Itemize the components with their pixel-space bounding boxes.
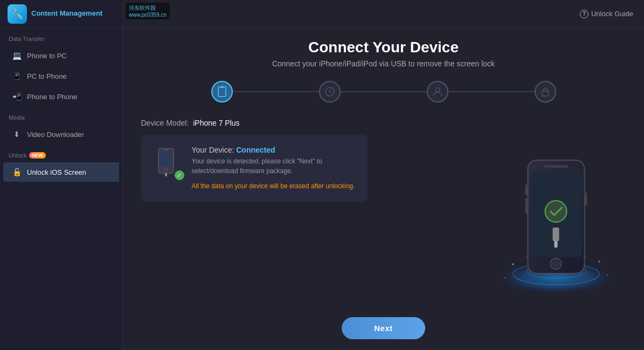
device-model-value: iPhone 7 Plus: [193, 119, 239, 127]
sidebar-item-label: Phone to Phone: [27, 93, 77, 101]
step-line-1: [233, 91, 319, 92]
sidebar-item-phone-to-pc[interactable]: 💻 Phone to PC: [3, 46, 119, 65]
content-area: Connect Your Device Connect your iPhone/…: [123, 28, 644, 350]
watermark: 河东软件园 www.pc0359.cn: [126, 3, 170, 19]
sidebar-item-video-downloader[interactable]: ⬇ Video Downloader: [3, 125, 119, 144]
unlock-guide-link[interactable]: ? Unlock Guide: [580, 10, 633, 18]
sidebar-item-unlock-ios-screen[interactable]: 🔓 Unlock iOS Screen: [3, 162, 119, 182]
svg-rect-23: [544, 165, 568, 168]
sidebar-item-phone-to-phone[interactable]: 📲 Phone to Phone: [3, 87, 119, 106]
svg-point-15: [606, 274, 608, 276]
sidebar-item-label: Video Downloader: [27, 131, 84, 139]
section-label-unlock: Unlock: [9, 152, 27, 159]
next-button[interactable]: Next: [342, 317, 425, 339]
body-area: Device Model: iPhone 7 Plus: [141, 119, 626, 302]
phone-illustration: [486, 119, 626, 302]
svg-rect-4: [542, 91, 549, 96]
page-subtitle: Connect your iPhone/iPad/iPod via USB to…: [272, 59, 495, 68]
logo-icon: 🔧: [8, 4, 27, 24]
svg-point-14: [598, 260, 600, 263]
svg-rect-6: [161, 151, 171, 166]
sidebar-item-pc-to-phone[interactable]: 📱 PC to Phone: [3, 66, 119, 86]
step-2: [319, 81, 341, 102]
svg-point-25: [545, 201, 566, 222]
watermark-line2: www.pc0359.cn: [129, 12, 167, 18]
unlock-new-badge: NEW: [29, 152, 46, 159]
svg-point-29: [552, 260, 559, 267]
svg-rect-0: [218, 87, 226, 97]
svg-point-13: [512, 263, 514, 265]
info-panel: Device Model: iPhone 7 Plus: [141, 119, 475, 202]
svg-point-3: [435, 88, 440, 92]
sidebar-header: 🔧 Content Management: [0, 0, 122, 28]
section-label-data-transfer: Data Transfer: [0, 28, 122, 45]
status-card: ✓ Your Device: Connected Your device is …: [141, 135, 368, 202]
check-badge: ✓: [175, 170, 184, 180]
svg-rect-1: [220, 86, 224, 88]
phone-body-svg: [525, 157, 587, 276]
sidebar-item-label: PC to Phone: [27, 72, 67, 80]
video-downloader-icon: ⬇: [12, 129, 22, 139]
svg-rect-8: [164, 149, 168, 150]
svg-rect-22: [585, 193, 587, 206]
device-model-row: Device Model: iPhone 7 Plus: [141, 119, 475, 127]
device-model-label: Device Model:: [141, 119, 189, 127]
steps-bar: [211, 81, 556, 102]
main-header: ? Unlock Guide: [123, 0, 644, 28]
svg-rect-20: [525, 184, 527, 195]
next-button-container: Next: [139, 306, 628, 339]
svg-rect-21: [525, 198, 527, 214]
your-device-label: Your Device: Connected: [192, 146, 357, 154]
brand-name: Content Management: [31, 9, 102, 18]
device-icon-container: ✓: [152, 146, 184, 180]
pc-to-phone-icon: 📱: [12, 71, 22, 81]
section-unlock-row: Unlock NEW: [0, 145, 122, 162]
step-1: [211, 81, 233, 102]
watermark-line1: 河东软件园: [129, 4, 167, 12]
page-title: Connect Your Device: [308, 39, 459, 56]
sidebar-logo-text: Content Management: [31, 9, 102, 18]
unlock-ios-screen-icon: 🔓: [12, 167, 22, 177]
section-label-media: Media: [0, 107, 122, 124]
question-icon: ?: [580, 10, 588, 18]
phone-to-phone-icon: 📲: [12, 92, 22, 101]
detected-description: Your device is detected, please click "N…: [192, 156, 357, 176]
sidebar: 🔧 Content Management Data Transfer 💻 Pho…: [0, 0, 123, 350]
step-4: [535, 81, 556, 102]
connected-status: Connected: [236, 146, 275, 154]
sidebar-item-label: Phone to PC: [27, 52, 67, 60]
main-content: 河东软件园 www.pc0359.cn ? Unlock Guide Conne…: [123, 0, 644, 350]
svg-rect-9: [165, 173, 167, 176]
step-3: [427, 81, 448, 102]
status-text-block: Your Device: Connected Your device is de…: [192, 146, 357, 191]
svg-rect-26: [552, 228, 559, 241]
svg-rect-27: [554, 241, 557, 248]
sidebar-item-label: Unlock iOS Screen: [27, 168, 86, 176]
warning-text: All the data on your device will be eras…: [192, 181, 357, 191]
svg-point-16: [504, 277, 505, 279]
phone-to-pc-icon: 💻: [12, 51, 22, 60]
step-line-2: [341, 91, 427, 92]
step-line-3: [448, 91, 535, 92]
unlock-guide-label: Unlock Guide: [591, 10, 633, 18]
